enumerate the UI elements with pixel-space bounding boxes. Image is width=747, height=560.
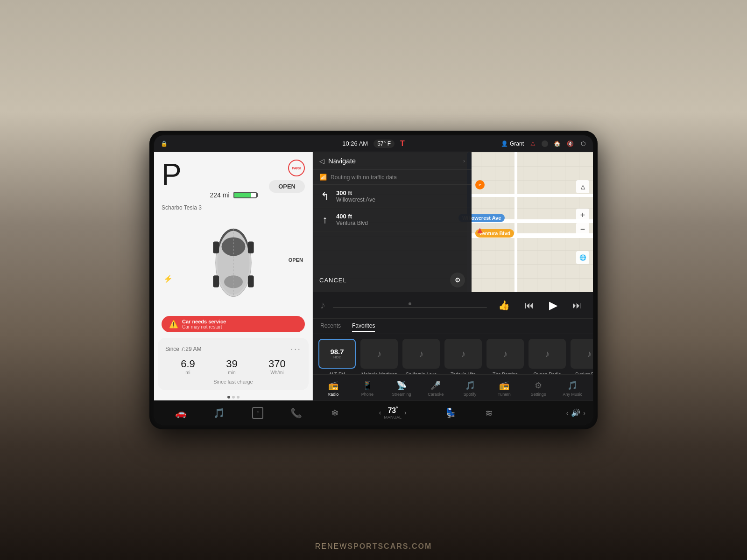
taskbar-car[interactable]: 🚗	[162, 401, 200, 425]
station-card-beatles[interactable]: ♪ The Beatles Radio	[486, 339, 524, 374]
music-icon: 🎵	[213, 407, 225, 419]
radio-label: Radio	[328, 392, 339, 397]
cancel-navigation-button[interactable]: CANCEL	[319, 277, 347, 284]
mute-icon: 🔇	[566, 140, 574, 148]
battery-indicator	[233, 192, 257, 198]
stat-time: 39 min	[226, 358, 237, 375]
station-card-sucker[interactable]: ♪ Sucker Radio	[571, 339, 593, 374]
alert-icon: ⚠	[529, 140, 537, 148]
nav-footer: CANCEL ⚙	[313, 268, 472, 292]
nav-traffic-row: 📶 Routing with no traffic data	[313, 170, 472, 185]
station-card-melanie[interactable]: ♪ Melanie Martinez Ra...	[360, 339, 398, 374]
temp-right-arrow[interactable]: ›	[404, 409, 407, 416]
media-nav-spotify[interactable]: 🎵 Spotify	[453, 378, 486, 399]
station-card-alt-fm[interactable]: 98.7 HD2 ALT-FM	[318, 339, 356, 374]
right-panel: Willowcrest Ave Ventura Blvd ▲ P +	[313, 152, 593, 400]
station-thumb-melanie: ♪	[360, 339, 398, 369]
map-road-v2	[514, 152, 517, 292]
open-trunk-button[interactable]: OPEN	[269, 180, 305, 193]
map-orient-button[interactable]: △	[576, 180, 589, 193]
media-nav-radio[interactable]: 📻 Radio	[317, 378, 350, 399]
nav-chevron-icon: ›	[463, 158, 465, 164]
media-nav-streaming[interactable]: 📡 Streaming	[385, 378, 418, 399]
turn-street-2: Ventura Blvd	[336, 220, 368, 226]
taskbar-up[interactable]: ↑	[239, 401, 277, 425]
taskbar-seat[interactable]: 💺	[431, 401, 470, 425]
map-road-h3	[472, 194, 593, 197]
tab-favorites[interactable]: Favorites	[352, 322, 375, 332]
media-nav-tunein[interactable]: 📻 TuneIn	[487, 378, 521, 399]
battery-fill	[234, 193, 252, 197]
dot-1	[227, 396, 230, 399]
stats-menu-button[interactable]: ···	[290, 343, 301, 354]
any-music-icon: 🎵	[567, 380, 578, 391]
media-nav-settings[interactable]: ⚙ Settings	[522, 378, 555, 399]
progress-line	[333, 307, 487, 308]
spotify-label: Spotify	[464, 392, 477, 397]
map-layer-button[interactable]: 🌐	[576, 251, 589, 264]
taskbar-fan[interactable]: ❄	[316, 401, 354, 425]
navigate-label: Navigate	[328, 157, 459, 165]
station-card-california[interactable]: ♪ California Love [Origi...	[402, 339, 440, 374]
car-icon: 🚗	[175, 407, 187, 419]
stats-section: Since 7:29 AM ··· 6.9 mi 39 min	[158, 338, 309, 390]
stats-since: Since 7:29 AM	[165, 346, 201, 352]
status-bar: 🔒 10:26 AM 57° F T 👤 Grant ⚠ 🏠 🔇	[154, 135, 593, 152]
turn-distance-2: 400 ft	[336, 213, 368, 220]
station-card-queen[interactable]: ♪ Queen Radio	[529, 339, 566, 374]
home-icon: 🏠	[553, 140, 561, 148]
caraoke-label: Caraoke	[428, 392, 444, 397]
left-panel: P PARK OPEN 224 mi	[154, 152, 313, 400]
range-row: 224 mi	[210, 191, 256, 199]
stat-efficiency-value: 370	[268, 358, 286, 370]
service-alert-subtitle: Car may not restart	[182, 324, 226, 329]
taskbar: 🚗 🎵 ↑ 📞 ❄ ‹ 73°	[154, 400, 593, 425]
vol-right-arrow[interactable]: ›	[583, 409, 585, 417]
vol-left-arrow[interactable]: ‹	[566, 409, 569, 417]
page-indicators	[154, 394, 312, 400]
play-pause-button[interactable]: ▶	[545, 297, 561, 314]
station-thumb-beatles: ♪	[486, 339, 524, 369]
streaming-label: Streaming	[392, 392, 411, 397]
turn-icon-1: ↰	[319, 190, 331, 203]
status-dot	[542, 140, 548, 147]
map-location-pin: ▲	[475, 225, 485, 236]
tunein-label: TuneIn	[498, 392, 511, 397]
tab-recents[interactable]: Recents	[320, 322, 341, 332]
taskbar-music[interactable]: 🎵	[200, 401, 239, 425]
volume-control: ‹ 🔊 ›	[508, 408, 585, 417]
nav-turn-1: ↰ 300 ft Willowcrest Ave	[313, 185, 472, 208]
media-nav-caraoke[interactable]: 🎤 Caraoke	[419, 378, 452, 399]
fan-icon: ❄	[331, 407, 339, 419]
nav-header[interactable]: ◁ Navigate ›	[313, 152, 472, 170]
nav-settings-button[interactable]: ⚙	[450, 273, 465, 287]
taskbar-defrost[interactable]: ≋	[470, 401, 508, 425]
media-progress-bar	[333, 302, 487, 308]
music-note-icon: ♪	[320, 299, 325, 311]
user-badge: 👤 Grant	[501, 140, 524, 147]
service-alert-text: Car needs service Car may not restart	[182, 319, 226, 329]
stations-grid: 98.7 HD2 ALT-FM ♪	[313, 334, 593, 374]
zoom-out-button[interactable]: −	[576, 223, 589, 236]
turn-distance-1: 300 ft	[336, 189, 375, 196]
station-card-todays-hits[interactable]: ♪ Today's Hits	[444, 339, 482, 374]
progress-dot	[409, 302, 411, 305]
temperature-control: ‹ 73° MANUAL ›	[354, 406, 431, 420]
stat-time-unit: min	[228, 370, 235, 375]
station-thumb-california: ♪	[402, 339, 440, 369]
temp-left-arrow[interactable]: ‹	[379, 409, 381, 416]
charging-icon: ⚡	[163, 274, 173, 283]
station-thumb-todays-hits: ♪	[444, 339, 482, 369]
skip-forward-button[interactable]: ⏭	[569, 298, 585, 313]
media-nav-any-music[interactable]: 🎵 Any Music	[556, 378, 589, 399]
thumbs-up-button[interactable]: 👍	[494, 298, 514, 313]
station-freq-display: 98.7 HD2	[330, 348, 344, 359]
skip-back-button[interactable]: ⏮	[521, 298, 538, 313]
station-freq-sub: HD2	[330, 355, 344, 359]
stat-efficiency-unit: Wh/mi	[270, 370, 283, 375]
taskbar-phone[interactable]: 📞	[277, 401, 316, 425]
svg-rect-6	[247, 275, 254, 287]
stat-distance-value: 6.9	[181, 358, 195, 370]
zoom-in-button[interactable]: +	[576, 209, 589, 222]
media-nav-phone[interactable]: 📱 Phone	[351, 378, 384, 399]
